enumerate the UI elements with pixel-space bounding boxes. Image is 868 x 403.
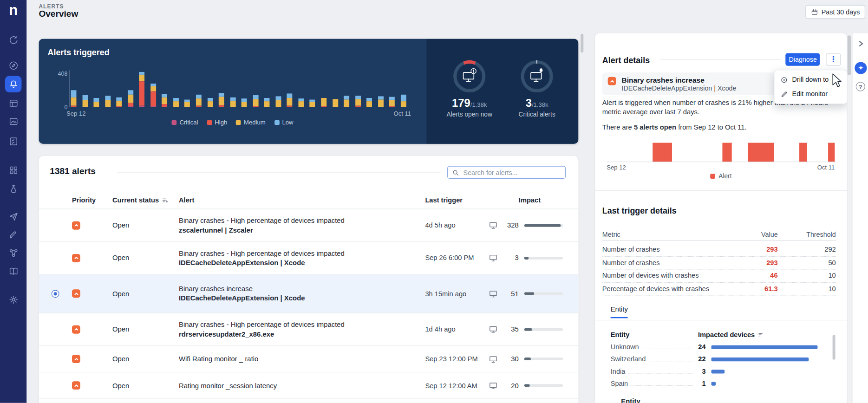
- library-book-icon[interactable]: [5, 263, 22, 280]
- impact-bar: [524, 328, 563, 331]
- search-input[interactable]: [462, 168, 561, 177]
- chart-bar[interactable]: [264, 98, 270, 107]
- chart-bar[interactable]: [378, 97, 384, 107]
- column-current-status[interactable]: Current status: [112, 196, 179, 204]
- bar-segment: [150, 106, 156, 107]
- bar-segment: [366, 101, 372, 107]
- alerts-bell-icon[interactable]: [5, 76, 22, 92]
- chart-bar[interactable]: [219, 93, 224, 107]
- chart-bar[interactable]: [139, 72, 145, 107]
- alert-row[interactable]: OpenBinary crashes - High percentage of …: [39, 209, 578, 242]
- dashboards-icon[interactable]: [5, 95, 22, 111]
- chart-bar[interactable]: [71, 91, 77, 107]
- page-title: Overview: [39, 9, 78, 19]
- timeline-legend: Alert: [595, 173, 847, 179]
- entity-row: Spain1: [611, 377, 838, 390]
- chart-bar[interactable]: [207, 98, 213, 107]
- impacted-devices-column-header[interactable]: Impacted devices: [698, 331, 763, 339]
- column-alert: Alert: [179, 196, 425, 204]
- row-alert-title: Rating monitor _session latency: [179, 382, 425, 390]
- panel-scrollbar-thumb[interactable]: [848, 35, 851, 75]
- chart-bar[interactable]: [162, 94, 167, 107]
- impact-count: 30: [502, 355, 519, 363]
- selected-radio[interactable]: [52, 290, 59, 298]
- alert-row[interactable]: OpenRating monitor _session latencySep 1…: [39, 372, 578, 399]
- collapse-chevron-icon[interactable]: [857, 40, 864, 47]
- sort-icon: [162, 197, 168, 203]
- investigate-flask-icon[interactable]: [5, 181, 22, 197]
- chart-bar[interactable]: [82, 95, 88, 107]
- bar-segment: [162, 97, 167, 104]
- chart-bar[interactable]: [366, 98, 372, 107]
- assistant-icon[interactable]: ✦: [855, 62, 867, 74]
- alert-name: Binary crashes increase: [622, 76, 705, 84]
- legend-swatch: [274, 120, 280, 125]
- alert-row[interactable]: OpenBinary crashes increaseIDECacheDelet…: [39, 274, 578, 313]
- kebab-menu-button[interactable]: ⋮: [826, 53, 841, 65]
- chart-bar[interactable]: [241, 98, 247, 107]
- chart-bar[interactable]: [173, 98, 179, 107]
- tab-entity[interactable]: Entity: [611, 306, 628, 318]
- chart-bar[interactable]: [355, 96, 361, 107]
- y-axis-min: 0: [53, 104, 67, 110]
- main-scrollbar-thumb[interactable]: [581, 34, 583, 53]
- priority-high-icon: [72, 325, 80, 333]
- chart-bar[interactable]: [298, 98, 304, 107]
- alert-row[interactable]: OpenBinary crashes - High percentage of …: [39, 242, 578, 274]
- bar-segment: [401, 102, 406, 107]
- chart-bar[interactable]: [117, 97, 122, 107]
- checklist-icon[interactable]: [5, 133, 22, 150]
- chart-bar[interactable]: [401, 95, 406, 107]
- menu-item-edit[interactable]: Edit monitor: [774, 87, 847, 101]
- help-icon[interactable]: ?: [856, 82, 865, 91]
- chart-bar[interactable]: [184, 99, 190, 107]
- panel-scrollbar-track[interactable]: [848, 33, 851, 403]
- chart-bar[interactable]: [310, 99, 315, 107]
- chart-bar[interactable]: [344, 96, 349, 107]
- bar-segment: [150, 86, 156, 91]
- chart-bar[interactable]: [94, 98, 99, 107]
- legend-item: Critical: [172, 119, 198, 125]
- bar-segment: [71, 106, 77, 107]
- chart-bar[interactable]: [275, 97, 281, 107]
- chart-bar[interactable]: [321, 98, 326, 107]
- device-icon: [489, 381, 497, 390]
- chart-bar[interactable]: [196, 94, 202, 107]
- chart-bar[interactable]: [389, 97, 395, 107]
- entity-scrollbar-thumb[interactable]: [833, 335, 835, 360]
- workflow-icon[interactable]: [5, 245, 22, 261]
- campaigns-plane-icon[interactable]: [5, 208, 22, 225]
- apps-grid-icon[interactable]: [5, 162, 22, 178]
- diagnose-button[interactable]: Diagnose: [785, 53, 820, 65]
- chart-bar[interactable]: [253, 95, 258, 107]
- divider: [660, 59, 781, 60]
- chart-bar[interactable]: [105, 96, 111, 107]
- settings-gear-icon[interactable]: [5, 291, 22, 308]
- chart-bar[interactable]: [287, 94, 293, 107]
- time-range-button[interactable]: Past 30 days: [805, 5, 865, 19]
- monitor-alert-icon: [463, 69, 476, 82]
- bar-segment: [184, 102, 190, 107]
- entity-row: India3: [611, 365, 838, 377]
- media-icon[interactable]: [5, 113, 22, 130]
- row-last-trigger: Sep 26 6:00 PM: [425, 254, 489, 262]
- x-axis-end: Oct 11: [393, 110, 411, 117]
- row-alert-object: IDECacheDeleteAppExtension | Xcode: [179, 294, 425, 302]
- chart-bar[interactable]: [128, 90, 133, 107]
- entity-bar: [711, 382, 716, 385]
- chart-bar[interactable]: [150, 83, 156, 107]
- impact-bar: [524, 384, 563, 387]
- entity-rows: Unknown24Switzerland22India3Spain1: [611, 341, 838, 390]
- refresh-icon[interactable]: [5, 32, 22, 48]
- nexthink-logo[interactable]: n: [0, 1, 26, 19]
- chart-bar[interactable]: [230, 97, 235, 107]
- bar-segment: [321, 98, 326, 106]
- impact-bar: [524, 256, 563, 259]
- remediation-pen-icon[interactable]: [5, 226, 22, 243]
- alert-row[interactable]: OpenWifi Rating monitor _ ratioSep 23 12…: [39, 346, 578, 372]
- calendar-icon: [811, 8, 818, 15]
- chart-bar[interactable]: [333, 99, 338, 107]
- alert-row[interactable]: OpenBinary crashes - High percentage of …: [39, 313, 578, 346]
- compass-icon[interactable]: [5, 57, 22, 74]
- metric-row: Number of crashes29350: [602, 256, 836, 269]
